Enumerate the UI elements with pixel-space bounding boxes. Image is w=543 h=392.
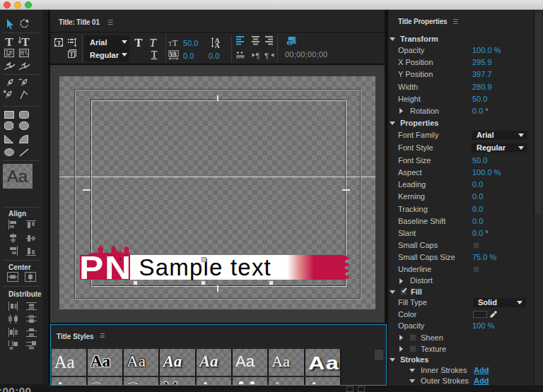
svg-text:T: T	[57, 40, 62, 47]
svg-text:¶: ¶	[264, 52, 269, 60]
svg-text:¶: ¶	[256, 52, 260, 60]
svg-text:VA: VA	[170, 51, 177, 57]
svg-text:T: T	[70, 52, 74, 58]
svg-text:A: A	[215, 42, 221, 49]
